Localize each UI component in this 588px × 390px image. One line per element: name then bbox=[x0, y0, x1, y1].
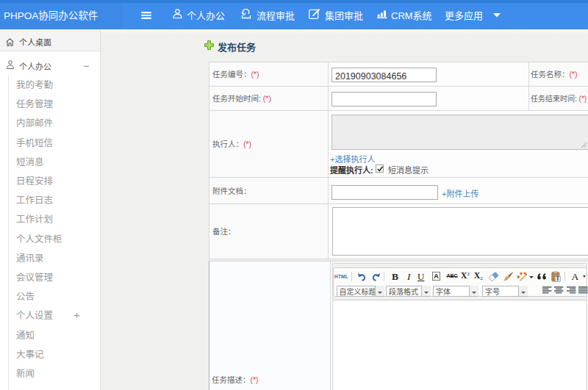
svg-text:T: T bbox=[556, 275, 559, 282]
